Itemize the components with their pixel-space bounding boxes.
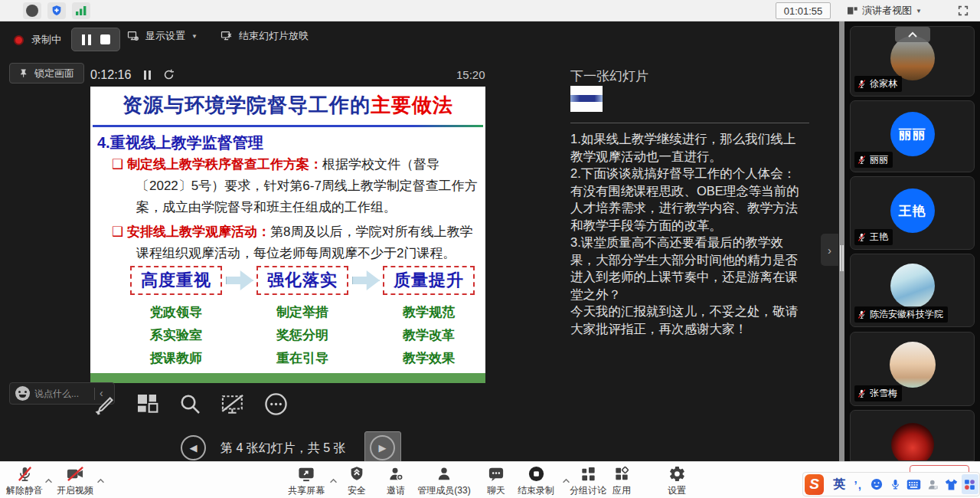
- bullet-2-label: 安排线上教学观摩活动：: [127, 224, 270, 239]
- bullet-square-icon: ❑: [112, 224, 123, 239]
- end-slideshow-label: 结束幻灯片放映: [239, 29, 309, 43]
- slide-footer-bar: [90, 373, 485, 383]
- meeting-window: 01:01:55 演讲者视图 ▼ 录制中 显示设置 ▼ 结束幻灯片放映 锁定画面…: [0, 0, 980, 498]
- slide-column-1: 党政领导 系实验室 授课教师: [130, 301, 222, 370]
- chat-input[interactable]: [34, 388, 91, 399]
- slide-bullet-2: ❑ 安排线上教学观摩活动：第8周及以后，学院对所有线上教学课程组织观摩活动，每位…: [112, 221, 481, 264]
- speaker-notes: 1.如果线上教学继续进行，那么我们线上教学观摩活动也一直进行。 2.下面谈谈就搞…: [570, 130, 802, 337]
- pause-recording-button[interactable]: [82, 34, 91, 45]
- participant-tile[interactable]: 陈浩安徽科技学院: [850, 254, 975, 327]
- meeting-duration: 01:01:55: [776, 2, 831, 19]
- ime-language-toggle[interactable]: 英: [831, 474, 848, 494]
- recording-options-chevron[interactable]: [562, 473, 570, 487]
- mic-muted-icon: [16, 465, 34, 483]
- panel-resize-divider[interactable]: [839, 21, 844, 461]
- ime-punctuation-toggle[interactable]: ’,: [850, 474, 867, 494]
- participant-tile[interactable]: [850, 410, 975, 461]
- participant-tile[interactable]: 丽丽 丽丽: [850, 100, 975, 172]
- previous-slide-button[interactable]: ◀: [181, 435, 206, 460]
- security-shield-icon[interactable]: [47, 2, 66, 19]
- zoom-slide-button[interactable]: [175, 387, 205, 421]
- avatar: 王艳: [890, 188, 935, 233]
- recording-controls: [71, 28, 120, 51]
- avatar: [890, 264, 935, 308]
- slide-bullet-1: ❑ 制定线上教学秩序督查工作方案：根据学校文件（督导〔2022〕5号）要求，针对…: [112, 154, 481, 218]
- ime-voice-button[interactable]: [887, 474, 903, 494]
- tshirt-icon: [944, 478, 959, 491]
- current-slide: 资源与环境学院督导工作的主要做法 4.重视线上教学监督管理 ❑ 制定线上教学秩序…: [90, 87, 485, 383]
- invite-person-icon: [387, 465, 405, 483]
- display-settings-icon: [126, 30, 139, 42]
- fullscreen-icon: [957, 5, 969, 17]
- pin-view-button[interactable]: 锁定画面: [9, 63, 84, 84]
- system-top-bar: 01:01:55 演讲者视图 ▼: [0, 0, 980, 21]
- timer-reset-button[interactable]: [162, 68, 175, 84]
- next-slide-panel-title: 下一张幻灯片: [570, 67, 648, 85]
- ime-toolbox-button[interactable]: [962, 474, 978, 494]
- chevron-up-icon: [907, 31, 918, 38]
- apps-blocks-icon: [612, 465, 631, 483]
- ime-account-button[interactable]: [924, 474, 941, 494]
- scroll-up-button[interactable]: [895, 27, 930, 42]
- mic-muted-icon: [857, 310, 867, 319]
- collapse-sidebar-button[interactable]: ›: [821, 234, 838, 266]
- display-settings-button[interactable]: 显示设置 ▼: [126, 28, 198, 44]
- note-paragraph: 今天我的汇报就到这儿，不妥之处，敬请大家批评指正，再次感谢大家！: [570, 303, 802, 337]
- bullet-1-label: 制定线上教学秩序督查工作方案：: [127, 157, 322, 172]
- video-options-chevron[interactable]: [96, 473, 105, 487]
- next-icon: ▶: [379, 442, 387, 454]
- black-screen-button[interactable]: [217, 387, 248, 421]
- note-paragraph: 3.课堂质量高不高还要看最后的教学效果，大部分学生大部分时间他的精力是否进入到老…: [570, 234, 802, 303]
- stop-recording-button[interactable]: [100, 34, 110, 44]
- next-slide-thumbnail[interactable]: [570, 86, 603, 112]
- ime-keyboard-button[interactable]: [906, 474, 923, 494]
- pin-view-label: 锁定画面: [34, 67, 74, 80]
- magnifier-icon: [178, 392, 202, 416]
- process-box-3: 质量提升: [383, 266, 475, 295]
- ime-skin-button[interactable]: [942, 474, 959, 494]
- slide-title-red: 主要做法: [371, 93, 453, 116]
- slides-grid-icon: [135, 392, 159, 416]
- view-mode-select[interactable]: 演讲者视图 ▼: [846, 2, 922, 19]
- network-quality-icon[interactable]: [72, 2, 90, 19]
- slide-navigator-button[interactable]: [132, 387, 162, 421]
- participants-sidebar: 徐家林 丽丽 丽丽 王艳 王艳 陈浩安徽科技学院: [844, 21, 980, 461]
- sogou-logo-icon[interactable]: S: [805, 474, 824, 495]
- screen-slash-icon: [220, 392, 246, 416]
- end-slideshow-icon: [220, 30, 233, 42]
- slide-title: 资源与环境学院督导工作的主要做法: [90, 92, 485, 119]
- participant-name-tag: 陈浩安徽科技学院: [854, 306, 948, 323]
- ime-emoji-button[interactable]: [868, 474, 885, 494]
- slide-column-2: 制定举措 奖惩分明 重在引导: [256, 301, 348, 370]
- bullet-square-icon: ❑: [112, 157, 123, 172]
- participant-tile[interactable]: 王艳 王艳: [850, 176, 975, 250]
- stop-record-icon: [528, 465, 545, 483]
- display-settings-label: 显示设置: [145, 29, 185, 43]
- chat-bubble-icon: [487, 465, 505, 483]
- pen-tool-button[interactable]: [88, 387, 119, 421]
- slide-section-heading: 4.重视线上教学监督管理: [97, 133, 263, 153]
- emoji-icon[interactable]: [15, 386, 30, 401]
- smiley-icon: [870, 477, 884, 491]
- recording-dot-icon: [14, 35, 24, 45]
- mic-options-chevron[interactable]: [44, 473, 53, 487]
- participant-tile[interactable]: 张雪梅: [850, 332, 975, 406]
- avatar: [890, 342, 936, 388]
- shield-plus-icon: [51, 5, 63, 17]
- mic-muted-icon: [857, 155, 867, 165]
- security-shield-icon: [348, 465, 365, 483]
- participant-name-tag: 张雪梅: [854, 385, 902, 401]
- avatar: [890, 36, 935, 80]
- settings-button[interactable]: 设置: [645, 465, 709, 497]
- share-options-chevron[interactable]: [329, 473, 338, 487]
- fullscreen-button[interactable]: [956, 3, 971, 18]
- members-icon: [435, 465, 453, 483]
- mic-muted-icon: [857, 388, 867, 398]
- recording-status-label: 录制中: [31, 33, 61, 47]
- next-slide-button[interactable]: ▶: [370, 435, 395, 460]
- end-slideshow-button[interactable]: 结束幻灯片放映: [220, 28, 309, 44]
- more-options-button[interactable]: [260, 387, 291, 421]
- share-screen-icon: [297, 465, 315, 483]
- timer-pause-button[interactable]: [144, 70, 151, 80]
- meeting-info-icon[interactable]: [23, 2, 41, 19]
